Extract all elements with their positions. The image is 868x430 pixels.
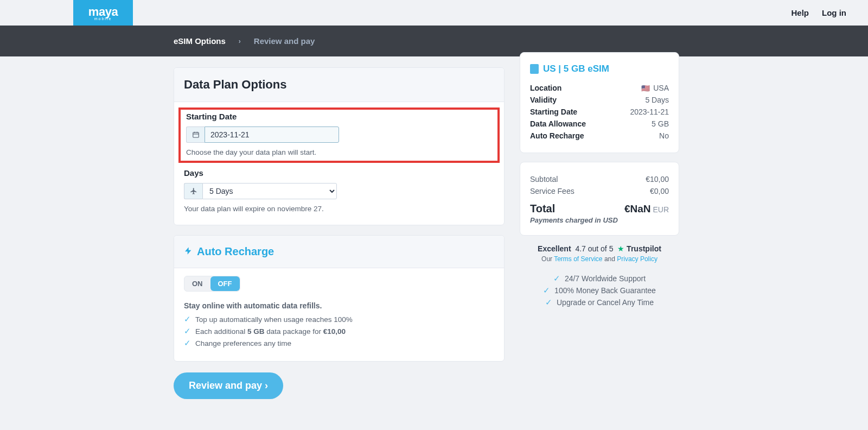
check-icon: ✓ [545,298,552,307]
auto-recharge-header: Auto Recharge [174,236,504,268]
trustpilot-widget: Excellent 4.7 out of 5 ★ Trustpilot [520,244,679,253]
days-label: Days [184,168,494,178]
flag-icon: 🇺🇸 [641,84,650,92]
currency-note: Payments charged in USD [530,216,669,224]
check-icon: ✓ [184,314,191,324]
subtotal-value: €10,00 [646,175,669,184]
check-icon: ✓ [553,274,560,283]
benefit-text: Change preferences any time [195,339,291,347]
auto-recharge-benefits: ✓Top up automatically when usage reaches… [184,313,494,349]
summary-value: 🇺🇸USA [641,84,669,92]
feature-text: Upgrade or Cancel Any Time [557,298,654,307]
trust-rating-word: Excellent [538,244,571,253]
toggle-off[interactable]: OFF [210,276,240,291]
starting-date-label: Starting Date [186,112,492,121]
summary-key: Location [530,84,561,92]
data-plan-header: Data Plan Options [174,68,504,102]
calendar-icon[interactable] [186,127,205,143]
login-link[interactable]: Log in [822,8,846,17]
benefit-text: Top up automatically when usage reaches … [195,315,353,324]
benefit-text: Each additional 5 GB data package for €1… [195,327,346,336]
summary-key: Validity [530,96,557,104]
data-plan-title: Data Plan Options [184,78,494,92]
days-input-row: 5 Days [184,183,337,199]
summary-value: No [659,131,669,140]
chevron-right-icon: › [239,37,241,45]
auto-recharge-title: Auto Recharge [197,245,274,258]
review-and-pay-button[interactable]: Review and pay › [174,372,283,399]
esim-summary-title: US | 5 GB eSIM [530,64,669,74]
starting-date-input[interactable] [205,127,339,143]
terms-line: Our Terms of Service and Privacy Policy [520,255,679,263]
breadcrumb: eSIM Options › Review and pay [0,26,868,56]
total-currency: EUR [653,205,669,214]
star-icon: ★ [617,244,624,253]
pricing-card: Subtotal€10,00 Service Fees€0,00 Total €… [520,162,679,236]
trustpilot-label: Trustpilot [627,244,661,253]
check-icon: ✓ [184,326,191,336]
breadcrumb-step-2: Review and pay [254,36,315,46]
auto-recharge-subtitle: Stay online with automatic data refills. [184,301,494,310]
help-link[interactable]: Help [791,8,809,17]
feature-text: 100% Money Back Guarantee [554,286,656,295]
check-icon: ✓ [543,286,550,295]
breadcrumb-step-1[interactable]: eSIM Options [174,36,226,46]
summary-value: 2023-11-21 [630,108,669,116]
total-label: Total [530,203,555,215]
top-nav: Help Log in [791,8,846,17]
fees-label: Service Fees [530,187,575,195]
terms-link[interactable]: Terms of Service [554,255,602,263]
esim-summary-card: US | 5 GB eSIM Location🇺🇸USA Validity5 D… [520,52,679,153]
total-amount: €NaN [624,203,651,214]
fees-value: €0,00 [650,187,669,195]
feature-list: ✓24/7 Worldwide Support ✓100% Money Back… [520,273,679,308]
logo[interactable]: maya mobile [73,0,133,26]
toggle-on[interactable]: ON [184,276,210,291]
trust-rating-score: 4.7 out of 5 [575,244,613,253]
data-plan-card: Data Plan Options Starting Date Choose t… [174,67,505,225]
privacy-link[interactable]: Privacy Policy [617,255,658,263]
esim-icon [530,64,539,74]
bolt-icon [184,246,193,257]
summary-key: Data Allowance [530,119,586,128]
summary-key: Auto Recharge [530,131,584,140]
starting-date-highlight: Starting Date Choose the day your data p… [178,108,500,163]
subtotal-label: Subtotal [530,175,558,184]
auto-recharge-card: Auto Recharge ON OFF Stay online with au… [174,235,505,362]
top-bar: maya mobile Help Log in [0,0,868,26]
summary-value: 5 Days [645,96,669,104]
summary-key: Starting Date [530,108,577,116]
auto-recharge-toggle[interactable]: ON OFF [184,276,240,292]
summary-value: 5 GB [652,119,669,128]
starting-date-input-row [186,127,339,143]
days-select[interactable]: 5 Days [202,183,337,199]
svg-rect-0 [193,132,199,137]
starting-date-helper: Choose the day your data plan will start… [186,148,492,156]
plane-icon [184,183,202,199]
check-icon: ✓ [184,338,191,348]
feature-text: 24/7 Worldwide Support [565,274,646,283]
days-helper: Your data plan will expire on noviembre … [184,205,494,213]
